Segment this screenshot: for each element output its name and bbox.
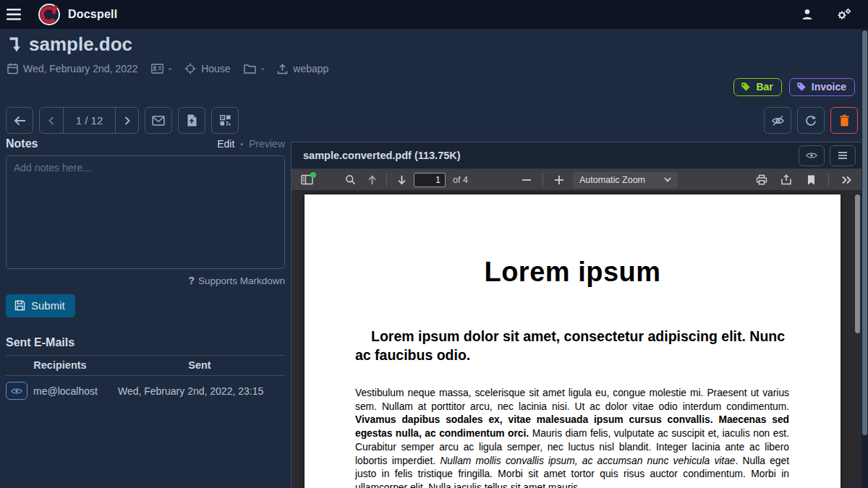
arrow-left-icon: [14, 116, 26, 126]
markdown-hint: ?Supports Markdown: [6, 275, 285, 286]
item-source: webapp: [277, 63, 328, 74]
calendar-icon: [7, 63, 18, 74]
delete-item-button[interactable]: [830, 107, 858, 134]
pdf-page-input[interactable]: [414, 173, 446, 187]
mail-sent-date: Wed, February 2nd, 2022, 23:15: [118, 385, 263, 397]
eye-slash-icon: [771, 115, 785, 127]
qr-code-button[interactable]: [211, 107, 239, 134]
pdf-toolbar: of 4 Automatic Zoom: [292, 169, 861, 191]
level-down-arrow-icon: [7, 36, 22, 53]
menu-bars-icon: [838, 151, 848, 160]
submit-notes-button[interactable]: Submit: [6, 294, 75, 317]
tag-invoice[interactable]: Invoice: [789, 78, 855, 96]
trash-icon: [839, 114, 850, 127]
pdf-print-button[interactable]: [752, 171, 771, 189]
item-header: sample.doc Wed, February 2nd, 2022 - Hou…: [7, 33, 336, 74]
prev-page-button[interactable]: [40, 108, 63, 133]
eye-icon: [806, 151, 817, 160]
file-upload-icon: [187, 114, 197, 127]
user-menu-icon[interactable]: [797, 4, 817, 25]
back-button[interactable]: [6, 107, 33, 134]
view-mail-button[interactable]: [6, 382, 27, 400]
pdf-scrollbar-thumb[interactable]: [855, 194, 860, 333]
item-detail-panel: Notes Edit • Preview ?Supports Markdown …: [0, 137, 291, 488]
pdf-zoom-out-button[interactable]: [517, 171, 536, 189]
pdf-bookmark-button[interactable]: [801, 171, 820, 189]
notes-preview-link[interactable]: Preview: [249, 138, 285, 150]
menu-hamburger-icon[interactable]: [0, 0, 27, 29]
pdf-page: Lorem ipsum Lorem ipsum dolor sit amet, …: [305, 194, 841, 488]
table-row: me@localhost Wed, February 2nd, 2022, 23…: [6, 376, 285, 406]
item-concerning: House: [184, 63, 230, 74]
address-card-icon: [151, 64, 163, 74]
sent-emails-table: Recipients Sent me@localhost Wed, Februa…: [6, 355, 285, 406]
plus-icon: [555, 176, 563, 184]
notes-heading: Notes: [6, 137, 38, 150]
pdf-download-button[interactable]: [777, 171, 796, 189]
pdf-next-page-button[interactable]: [392, 171, 411, 189]
pdf-prev-page-button[interactable]: [362, 171, 381, 189]
add-files-button[interactable]: [178, 107, 205, 134]
pdf-zoom-in-button[interactable]: [550, 171, 569, 189]
attachment-menu-button[interactable]: [830, 145, 856, 166]
tag-bar[interactable]: Bar: [733, 78, 781, 96]
sidebar-notification-dot: [310, 172, 316, 178]
notes-textarea[interactable]: [6, 155, 285, 269]
pdf-search-button[interactable]: [341, 171, 359, 189]
docspell-logo: [38, 3, 61, 26]
attachment-title: sample.converted.pdf (113.75K): [303, 150, 799, 161]
notes-edit-link[interactable]: Edit: [217, 138, 234, 150]
settings-cogs-icon[interactable]: [833, 4, 854, 25]
pdf-scrollbar[interactable]: [855, 193, 860, 488]
attachment-view-button[interactable]: [799, 145, 825, 166]
item-title: sample.doc: [29, 33, 132, 56]
pdf-doc-subtitle: Lorem ipsum dolor sit amet, consectetur …: [355, 328, 788, 365]
item-correspondent: -: [151, 63, 172, 74]
page-scrollbar[interactable]: [861, 29, 868, 488]
column-header-recipients: Recipients: [6, 359, 114, 371]
redo-icon: [805, 115, 817, 127]
minus-icon: [522, 179, 531, 181]
hide-item-button[interactable]: [764, 107, 791, 134]
chevron-right-icon: [124, 116, 130, 125]
page-scrollbar-thumb[interactable]: [862, 30, 867, 435]
tag-icon: [796, 82, 807, 92]
search-icon: [345, 174, 356, 185]
arrow-up-icon: [367, 175, 377, 185]
crosshair-icon: [184, 63, 196, 74]
item-folder: -: [244, 63, 265, 74]
pdf-doc-body: Vestibulum neque massa, scelerisque sit …: [355, 387, 789, 488]
chevron-down-icon: [664, 177, 671, 182]
attachment-panel: sample.converted.pdf (113.75K): [291, 142, 861, 488]
question-icon: ?: [188, 275, 195, 286]
pdf-viewer[interactable]: Lorem ipsum Lorem ipsum dolor sit amet, …: [292, 192, 861, 488]
qr-code-icon: [220, 115, 231, 126]
folder-icon: [244, 64, 256, 74]
tags-row: Bar Invoice: [733, 78, 855, 96]
upload-icon: [277, 64, 288, 74]
chevron-left-icon: [48, 116, 54, 125]
top-navbar: Docspell: [0, 0, 868, 29]
app-title: Docspell: [68, 8, 117, 21]
item-toolbar: 1 / 12: [6, 107, 858, 134]
dot-separator: •: [240, 140, 243, 148]
pdf-zoom-select[interactable]: Automatic Zoom: [573, 172, 678, 188]
download-icon: [780, 174, 792, 185]
bookmark-icon: [807, 175, 815, 185]
double-chevron-right-icon: [841, 176, 851, 184]
printer-icon: [756, 174, 767, 185]
envelope-icon: [152, 116, 165, 126]
pagination-label: 1 / 12: [63, 108, 115, 133]
item-date: Wed, February 2nd, 2022: [7, 63, 138, 74]
pdf-sidebar-toggle-button[interactable]: [297, 171, 316, 189]
attachment-pagination: 1 / 12: [39, 107, 139, 134]
arrow-down-icon: [397, 175, 407, 185]
column-header-sent: Sent: [114, 359, 285, 371]
save-icon: [14, 300, 25, 311]
refresh-button[interactable]: [797, 107, 825, 134]
send-mail-button[interactable]: [145, 107, 172, 134]
pdf-more-tools-button[interactable]: [837, 171, 856, 189]
pdf-page-total: of 4: [453, 175, 468, 185]
tag-icon: [741, 82, 751, 92]
next-page-button[interactable]: [115, 108, 138, 133]
